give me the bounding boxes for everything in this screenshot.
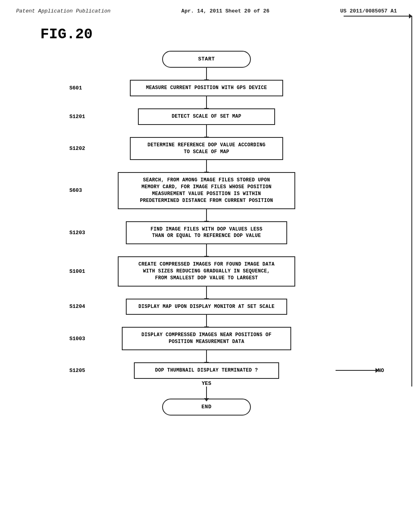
step-s1003: DISPLAY COMPRESSED IMAGES NEAR POSITIONS… bbox=[122, 327, 291, 350]
step-s1205: DOP THUMBNAIL DISPLAY TERMINATED ? bbox=[134, 362, 279, 379]
step-s1202: DETERMINE REFERENCE DOP VALUE ACCORDINGT… bbox=[130, 137, 283, 160]
page: Patent Application Publication Apr. 14, … bbox=[0, 0, 413, 532]
step-label-s1205: S1205 bbox=[69, 368, 85, 374]
figure-label: FIG.20 bbox=[40, 26, 397, 43]
step-s1203: FIND IMAGE FILES WITH DOP VALUES LESSTHA… bbox=[126, 221, 287, 245]
step-label-s603: S603 bbox=[69, 187, 82, 193]
header-publication: Patent Application Publication bbox=[16, 8, 111, 14]
header-patent-number: US 2011/0085057 A1 bbox=[340, 8, 397, 14]
no-feedback-line bbox=[411, 16, 412, 387]
step-label-s1202: S1202 bbox=[69, 145, 85, 152]
no-feedback-top-line bbox=[344, 16, 412, 17]
step-s1201: DETECT SCALE OF SET MAP bbox=[138, 108, 275, 125]
header-date-sheet: Apr. 14, 2011 Sheet 20 of 26 bbox=[181, 8, 269, 14]
step-s601: MEASURE CURRENT POSITION WITH GPS DEVICE bbox=[130, 80, 283, 96]
step-label-s1204: S1204 bbox=[69, 303, 85, 310]
step-label-s1203: S1203 bbox=[69, 230, 85, 236]
step-s603: SEARCH, FROM AMONG IMAGE FILES STORED UP… bbox=[118, 172, 295, 209]
step-label-s1001: S1001 bbox=[69, 268, 85, 274]
page-header: Patent Application Publication Apr. 14, … bbox=[16, 8, 397, 14]
step-label-s1201: S1201 bbox=[69, 114, 85, 120]
no-label: NO bbox=[336, 368, 384, 374]
start-node: START bbox=[162, 51, 251, 68]
yes-label: YES bbox=[69, 380, 344, 387]
step-s1001: CREATE COMPRESSED IMAGES FOR FOUND IMAGE… bbox=[118, 256, 295, 286]
step-s1204: DISPLAY MAP UPON DISPLAY MONITOR AT SET … bbox=[126, 299, 287, 315]
step-label-s601: S601 bbox=[69, 85, 82, 91]
step-label-s1003: S1003 bbox=[69, 336, 85, 342]
